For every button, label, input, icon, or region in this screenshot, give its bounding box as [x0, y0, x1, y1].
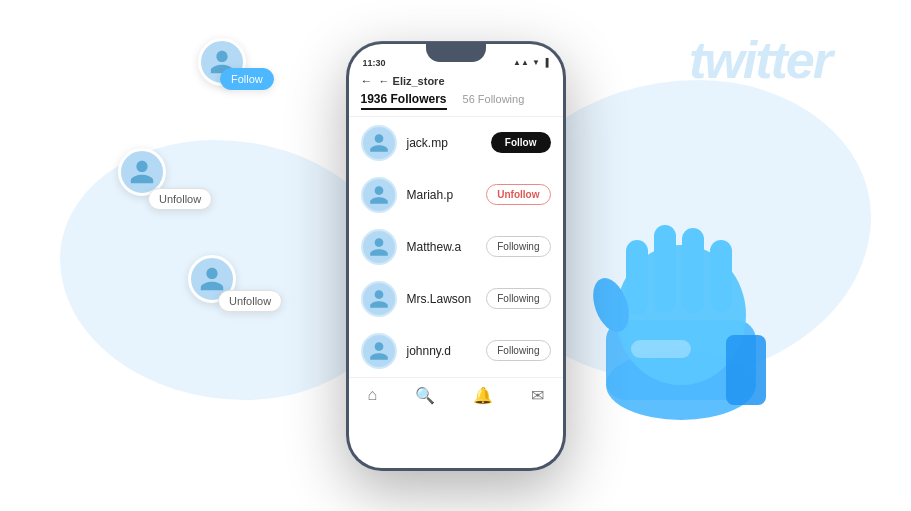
following-button[interactable]: Following [486, 236, 550, 257]
status-icons: ▲▲ ▼ ▐ [513, 58, 548, 67]
avatar [361, 125, 397, 161]
username: Matthew.a [407, 240, 477, 254]
twitter-watermark: twitter [689, 30, 831, 90]
username: Mariah.p [407, 188, 477, 202]
user-list: jack.mp Follow Mariah.p Unfollow M [349, 117, 563, 377]
notch [426, 44, 486, 62]
tab-following[interactable]: 56 Following [463, 93, 525, 105]
floating-badge-unfollow-2[interactable]: Unfollow [218, 290, 282, 312]
app-header: ← ← Eliz_store 1936 Followers 56 Followi… [349, 70, 563, 117]
username: Mrs.Lawson [407, 292, 477, 306]
signal-icon: ▲▲ [513, 58, 529, 67]
battery-icon: ▐ [543, 58, 549, 67]
floating-badge-unfollow-1[interactable]: Unfollow [148, 188, 212, 210]
svg-rect-8 [631, 340, 691, 358]
user-item: johnny.d Following [349, 325, 563, 377]
svg-rect-5 [682, 228, 704, 313]
svg-rect-4 [654, 225, 676, 313]
tabs-row: 1936 Followers 56 Following [361, 92, 551, 110]
following-button[interactable]: Following [486, 288, 550, 309]
avatar [361, 177, 397, 213]
bottom-nav: ⌂ 🔍 🔔 ✉ [349, 377, 563, 411]
avatar [361, 333, 397, 369]
tab-followers[interactable]: 1936 Followers [361, 92, 447, 110]
user-item: jack.mp Follow [349, 117, 563, 169]
status-time: 11:30 [363, 58, 386, 68]
wifi-icon: ▼ [532, 58, 540, 67]
home-icon[interactable]: ⌂ [367, 386, 377, 404]
bell-icon[interactable]: 🔔 [473, 386, 493, 405]
svg-rect-6 [710, 240, 732, 312]
following-button[interactable]: Following [486, 340, 550, 361]
svg-rect-9 [726, 335, 766, 405]
back-row: ← ← Eliz_store [361, 74, 551, 88]
profile-name[interactable]: ← Eliz_store [379, 75, 445, 87]
username: jack.mp [407, 136, 481, 150]
avatar [361, 229, 397, 265]
user-item: Mariah.p Unfollow [349, 169, 563, 221]
floating-badge-follow[interactable]: Follow [220, 68, 274, 90]
phone: 11:30 ▲▲ ▼ ▐ ← ← Eliz_store 1936 Followe… [346, 41, 566, 471]
search-icon[interactable]: 🔍 [415, 386, 435, 405]
phone-screen: 11:30 ▲▲ ▼ ▐ ← ← Eliz_store 1936 Followe… [349, 44, 563, 468]
username: johnny.d [407, 344, 477, 358]
hand-illustration [571, 140, 791, 420]
avatar [361, 281, 397, 317]
user-item: Mrs.Lawson Following [349, 273, 563, 325]
mail-icon[interactable]: ✉ [531, 386, 544, 405]
svg-rect-3 [626, 240, 648, 315]
unfollow-button[interactable]: Unfollow [486, 184, 550, 205]
phone-wrapper: 11:30 ▲▲ ▼ ▐ ← ← Eliz_store 1936 Followe… [346, 41, 566, 471]
follow-button[interactable]: Follow [491, 132, 551, 153]
back-arrow-icon[interactable]: ← [361, 74, 373, 88]
user-item: Matthew.a Following [349, 221, 563, 273]
